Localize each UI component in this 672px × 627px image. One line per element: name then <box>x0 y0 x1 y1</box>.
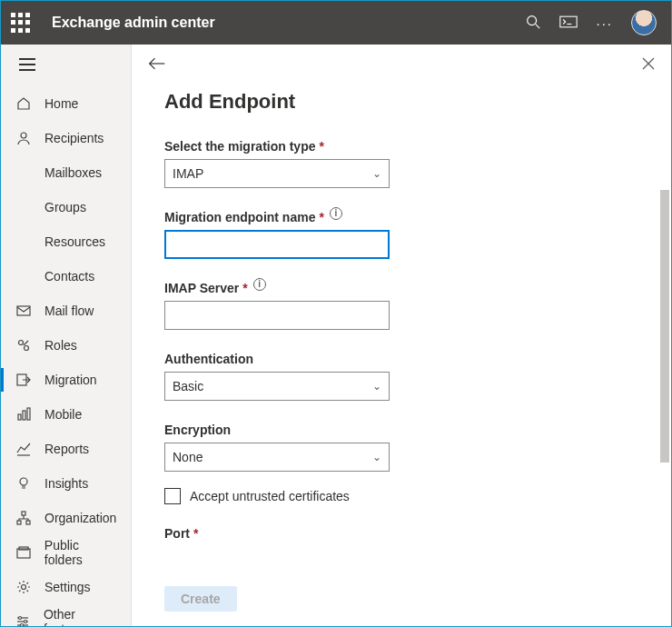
svg-rect-13 <box>22 512 25 515</box>
svg-point-7 <box>25 346 29 351</box>
sidebar-item-label: Contacts <box>44 269 94 284</box>
imap-server-label: IMAP Server <box>164 281 239 295</box>
avatar[interactable] <box>631 10 657 35</box>
sidebar-item-label: Mobile <box>44 407 82 422</box>
sidebar-item-label: Reports <box>44 442 89 456</box>
mail-icon <box>15 303 32 319</box>
back-arrow-icon[interactable] <box>148 56 166 75</box>
gear-icon <box>15 579 32 595</box>
sidebar-item-label: Home <box>44 96 78 111</box>
sliders-icon <box>15 613 31 626</box>
folder-icon <box>15 544 32 561</box>
migration-type-select[interactable]: IMAP ⌄ <box>164 159 390 188</box>
sidebar-item-reports[interactable]: Reports <box>1 432 131 466</box>
reports-icon <box>15 441 32 457</box>
search-icon[interactable] <box>525 14 541 33</box>
sidebar-item-insights[interactable]: Insights <box>1 466 131 501</box>
sidebar-item-label: Mailboxes <box>44 165 102 180</box>
sidebar-item-label: Groups <box>44 200 86 214</box>
app-launcher-icon[interactable] <box>10 12 32 34</box>
svg-rect-11 <box>27 408 30 420</box>
sidebar-item-recipients[interactable]: Recipients <box>1 121 131 155</box>
svg-point-0 <box>528 15 537 25</box>
endpoint-name-input[interactable] <box>164 230 390 259</box>
sidebar-item-label: Recipients <box>44 131 104 145</box>
required-marker: * <box>242 281 247 295</box>
encryption-label: Encryption <box>164 423 231 437</box>
authentication-value: Basic <box>173 379 203 393</box>
top-bar: Exchange admin center ··· <box>1 1 671 45</box>
sidebar-item-other[interactable]: Other features <box>1 604 131 626</box>
svg-point-4 <box>21 133 26 138</box>
sidebar-item-mailflow[interactable]: Mail flow <box>1 294 131 328</box>
sidebar-item-resources[interactable]: Resources <box>1 224 131 259</box>
required-marker: * <box>319 139 323 154</box>
sidebar-item-organization[interactable]: Organization <box>1 501 131 535</box>
org-icon <box>15 510 32 526</box>
authentication-select[interactable]: Basic ⌄ <box>164 372 390 401</box>
svg-rect-15 <box>26 521 30 524</box>
sidebar-item-home[interactable]: Home <box>1 86 131 121</box>
console-icon[interactable] <box>559 15 578 31</box>
sidebar-item-roles[interactable]: Roles <box>1 328 131 363</box>
port-label: Port <box>164 526 190 541</box>
migration-type-value: IMAP <box>173 166 203 181</box>
svg-rect-9 <box>18 414 21 420</box>
sidebar-item-publicfolders[interactable]: Public folders <box>1 535 131 570</box>
imap-server-input[interactable] <box>164 301 390 330</box>
info-icon[interactable]: i <box>253 278 266 291</box>
sidebar-item-label: Migration <box>44 373 97 387</box>
info-icon[interactable]: i <box>330 207 342 220</box>
hamburger-icon[interactable] <box>19 58 35 71</box>
chevron-down-icon: ⌄ <box>372 167 381 180</box>
sidebar-item-contacts[interactable]: Contacts <box>1 259 131 294</box>
svg-point-24 <box>21 624 24 627</box>
migration-icon <box>15 372 32 388</box>
encryption-select[interactable]: None ⌄ <box>164 443 390 472</box>
panel: Add Endpoint Select the migration type *… <box>132 45 671 626</box>
close-icon[interactable] <box>642 57 655 74</box>
svg-rect-14 <box>17 521 21 524</box>
chevron-down-icon: ⌄ <box>372 380 381 393</box>
app-title: Exchange admin center <box>52 15 215 31</box>
svg-line-1 <box>536 24 540 28</box>
sidebar-item-label: Mail flow <box>44 304 94 318</box>
migration-type-label: Select the migration type <box>164 139 315 154</box>
svg-rect-5 <box>17 306 30 315</box>
svg-point-23 <box>25 621 27 623</box>
accept-untrusted-checkbox[interactable] <box>164 488 181 504</box>
home-icon <box>15 95 32 112</box>
create-button[interactable]: Create <box>164 586 237 612</box>
sidebar-item-label: Organization <box>44 511 116 525</box>
accept-untrusted-label: Accept untrusted certificates <box>190 489 350 503</box>
svg-point-12 <box>20 478 27 485</box>
svg-point-6 <box>19 341 24 345</box>
more-icon[interactable]: ··· <box>596 15 613 31</box>
svg-point-18 <box>22 585 26 590</box>
authentication-label: Authentication <box>164 352 253 366</box>
sidebar-item-label: Public folders <box>44 538 120 567</box>
sidebar-item-label: Settings <box>44 580 91 594</box>
roles-icon <box>15 337 32 353</box>
panel-title: Add Endpoint <box>164 90 638 114</box>
sidebar-item-label: Resources <box>44 234 105 249</box>
scrollbar-thumb[interactable] <box>660 190 669 463</box>
sidebar-item-label: Insights <box>44 476 88 491</box>
lightbulb-icon <box>15 475 32 492</box>
sidebar: Home Recipients Mailboxes Groups Resourc… <box>1 45 132 626</box>
sidebar-item-label: Roles <box>44 338 77 353</box>
mobile-icon <box>15 406 32 423</box>
sidebar-item-mobile[interactable]: Mobile <box>1 397 131 432</box>
sidebar-item-mailboxes[interactable]: Mailboxes <box>1 155 131 190</box>
sidebar-item-settings[interactable]: Settings <box>1 570 131 604</box>
svg-rect-2 <box>560 16 577 27</box>
encryption-value: None <box>173 450 203 464</box>
sidebar-item-migration[interactable]: Migration <box>1 363 131 397</box>
sidebar-item-label: Other features <box>44 607 120 626</box>
endpoint-name-label: Migration endpoint name <box>164 210 315 224</box>
required-marker: * <box>319 210 323 224</box>
sidebar-item-groups[interactable]: Groups <box>1 190 131 224</box>
svg-point-22 <box>19 617 22 620</box>
required-marker: * <box>193 526 198 541</box>
person-icon <box>15 130 32 146</box>
